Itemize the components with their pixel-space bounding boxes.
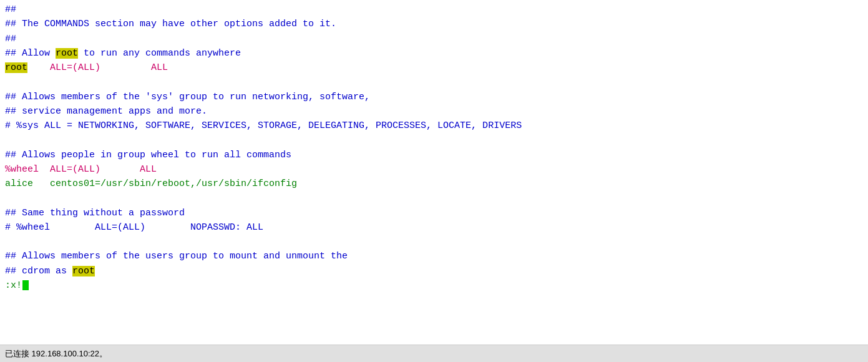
root-highlight-2: root <box>5 62 27 73</box>
comment-text-2: to run any commands anywhere <box>78 48 241 59</box>
terminal-container: ## ## The COMMANDS section may have othe… <box>0 0 868 362</box>
line-7: ## Allows members of the 'sys' group to … <box>5 90 863 104</box>
line-8: ## service management apps and more. <box>5 104 863 119</box>
line-18: ## Allows members of the users group to … <box>5 249 863 263</box>
line-6 <box>5 75 863 89</box>
line-15: ## Same thing without a password <box>5 206 863 220</box>
cdrom-comment: ## cdrom as <box>5 266 72 276</box>
line-11: ## Allows people in group wheel to run a… <box>5 148 863 162</box>
line-13: alice centos01=/usr/sbin/reboot,/usr/sbi… <box>5 177 863 191</box>
line-14 <box>5 191 863 205</box>
status-bar: 已连接 192.168.100.10:22。 <box>0 345 868 362</box>
root-highlight-1: root <box>56 48 78 59</box>
code-area[interactable]: ## ## The COMMANDS section may have othe… <box>0 0 868 345</box>
line-17 <box>5 235 863 249</box>
line-19: ## cdrom as root <box>5 264 863 278</box>
line-5: root ALL=(ALL) ALL <box>5 61 863 75</box>
all-spec-1: ALL=(ALL) ALL <box>27 62 168 73</box>
line-2: ## The COMMANDS section may have other o… <box>5 17 863 31</box>
line-9: # %sys ALL = NETWORKING, SOFTWARE, SERVI… <box>5 119 863 133</box>
line-20: :x! <box>5 278 863 293</box>
terminal-cursor <box>22 280 29 290</box>
alice-spec: alice centos01=/usr/sbin/reboot,/usr/sbi… <box>5 179 297 189</box>
line-3: ## <box>5 32 863 46</box>
line-10 <box>5 133 863 147</box>
root-highlight-3: root <box>72 266 95 276</box>
wheel-spec: %wheel ALL=(ALL) ALL <box>5 164 157 175</box>
connection-status: 已连接 192.168.100.10:22。 <box>5 348 107 360</box>
line-4: ## Allow root to run any commands anywhe… <box>5 46 863 61</box>
exit-command: :x! <box>5 280 22 291</box>
line-12: %wheel ALL=(ALL) ALL <box>5 162 863 177</box>
comment-text: ## Allow <box>5 48 56 59</box>
line-1: ## <box>5 2 863 17</box>
line-16: # %wheel ALL=(ALL) NOPASSWD: ALL <box>5 220 863 235</box>
